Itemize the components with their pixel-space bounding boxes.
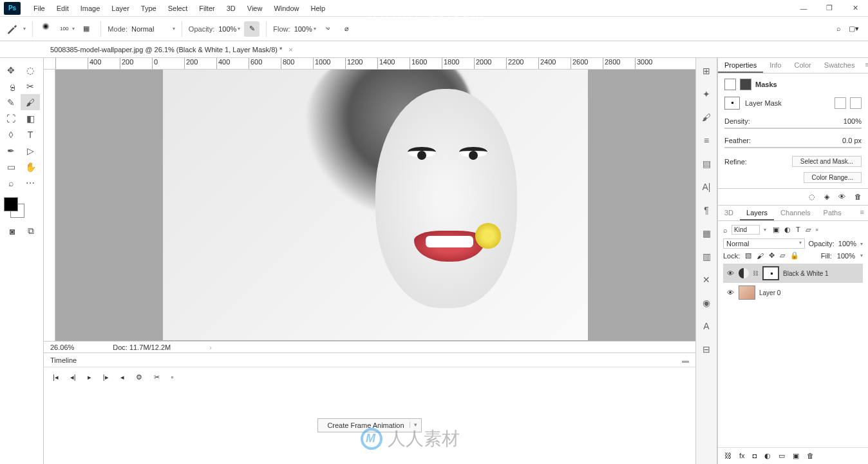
new-group-icon[interactable]: ▭	[778, 452, 785, 460]
delete-layer-icon[interactable]: 🗑	[807, 452, 814, 460]
menu-window[interactable]: Window	[269, 2, 304, 15]
layer-filter-input[interactable]	[731, 225, 760, 235]
invert-icon[interactable]: ◈	[824, 193, 829, 201]
layer-mask-thumb[interactable]	[724, 97, 740, 110]
menu-select[interactable]: Select	[163, 2, 193, 15]
add-vector-mask-icon[interactable]	[850, 97, 862, 109]
close-button[interactable]: ✕	[842, 0, 868, 17]
link-icon[interactable]: ⛓	[753, 270, 759, 276]
filter-shape-icon[interactable]: ▱	[806, 226, 811, 234]
menu-file[interactable]: File	[28, 2, 50, 15]
delete-mask-icon[interactable]: 🗑	[854, 193, 862, 201]
feather-slider[interactable]	[724, 147, 862, 148]
gradient-tool-icon[interactable]: ◊	[1, 126, 21, 142]
adjustments-icon[interactable]: ≡	[700, 134, 713, 147]
navigator-icon[interactable]: ✦	[700, 88, 713, 101]
goto-first-icon[interactable]: |◂	[53, 373, 59, 382]
audio-icon[interactable]: ◂	[120, 373, 124, 382]
lock-transparency-icon[interactable]: ▧	[745, 251, 751, 260]
load-selection-icon[interactable]: ◌	[809, 193, 815, 201]
brushes-icon[interactable]: 🖌	[700, 111, 713, 124]
airbrush-icon[interactable]: ༄	[320, 21, 335, 37]
screen-mode-icon[interactable]: ⧉	[24, 223, 39, 239]
minimize-button[interactable]: —	[791, 0, 816, 17]
tab-layers[interactable]: Layers	[740, 206, 774, 220]
brush-panel-toggle-icon[interactable]: ▦	[79, 21, 94, 37]
add-mask-icon[interactable]: ◘	[753, 452, 757, 460]
fill-value[interactable]: 100%	[837, 252, 855, 260]
pressure-opacity-icon[interactable]: ✎	[244, 21, 259, 37]
notes-icon[interactable]: ▥	[700, 250, 713, 263]
density-slider[interactable]	[724, 128, 862, 129]
feather-value[interactable]: 0.0 px	[842, 137, 862, 144]
tab-channels[interactable]: Channels	[774, 206, 816, 220]
paragraph-icon[interactable]: ¶	[700, 204, 713, 217]
next-frame-icon[interactable]: |▸	[103, 373, 109, 382]
para-styles-icon[interactable]: ⊟	[700, 343, 713, 356]
eraser-tool-icon[interactable]: ◧	[21, 110, 40, 126]
split-icon[interactable]: ✂	[154, 373, 160, 382]
menu-edit[interactable]: Edit	[52, 2, 74, 15]
filter-smart-icon[interactable]: ▫	[816, 226, 818, 234]
zoom-tool-icon[interactable]: ⌕	[1, 175, 21, 191]
zoom-level[interactable]: 26.06%	[50, 343, 74, 351]
vector-mask-icon[interactable]	[740, 79, 751, 90]
menu-3d[interactable]: 3D	[222, 2, 241, 15]
workspace-switcher-icon[interactable]: ▢▾	[849, 24, 859, 33]
document-tab[interactable]: 5008385-model-wallpaper.jpg @ 26.1% (Bla…	[50, 46, 282, 53]
new-adjustment-icon[interactable]: ◐	[764, 452, 771, 460]
panel-menu-icon[interactable]: ≡	[862, 58, 869, 73]
character-icon[interactable]: A|	[700, 180, 713, 193]
layers-menu-icon[interactable]: ≡	[856, 206, 868, 220]
visibility-icon[interactable]: 👁	[726, 269, 735, 277]
foreground-color[interactable]	[4, 197, 18, 211]
flow-value[interactable]: 100%▾	[294, 25, 316, 33]
layer-style-icon[interactable]: fx	[739, 452, 745, 460]
pen-tool-icon[interactable]: ✒	[1, 142, 21, 159]
brush-tool-icon[interactable]	[4, 21, 19, 37]
tab-3d[interactable]: 3D	[718, 206, 740, 220]
tab-properties[interactable]: Properties	[718, 58, 763, 73]
search-icon[interactable]: ⌕	[836, 24, 841, 33]
layer-item-0[interactable]: 👁 Layer 0	[723, 283, 863, 302]
brush-tool-icon[interactable]: 🖌	[21, 94, 40, 110]
pressure-size-icon[interactable]: ⌀	[339, 21, 355, 37]
settings-icon[interactable]: ⚙	[136, 373, 142, 382]
lasso-tool-icon[interactable]: ၝ	[1, 78, 21, 94]
timeline-collapse-icon[interactable]: ▬	[682, 356, 689, 364]
shape-tool-icon[interactable]: ▭	[1, 159, 21, 175]
create-frame-animation-button[interactable]: Create Frame Animation	[317, 418, 421, 432]
tab-swatches[interactable]: Swatches	[818, 58, 862, 73]
tab-color[interactable]: Color	[788, 58, 818, 73]
pixel-mask-icon[interactable]	[724, 79, 736, 90]
type-tool-icon[interactable]: T	[21, 126, 40, 142]
char-styles-icon[interactable]: A	[700, 320, 713, 333]
styles-icon[interactable]: ▤	[700, 157, 713, 170]
tab-info[interactable]: Info	[763, 58, 788, 73]
menu-help[interactable]: Help	[306, 2, 331, 15]
lock-position-icon[interactable]: ✥	[769, 251, 775, 260]
filter-adjust-icon[interactable]: ◐	[784, 226, 791, 234]
color-swatches[interactable]	[4, 197, 24, 218]
transition-icon[interactable]: ▫	[171, 373, 174, 381]
play-icon[interactable]: ▸	[88, 373, 91, 382]
menu-view[interactable]: View	[242, 2, 268, 15]
lock-artboard-icon[interactable]: ▱	[780, 251, 785, 260]
canvas-viewport[interactable]	[55, 70, 695, 341]
menu-image[interactable]: Image	[75, 2, 106, 15]
quick-mask-icon[interactable]: ◙	[5, 223, 20, 239]
add-pixel-mask-icon[interactable]	[835, 97, 846, 109]
menu-type[interactable]: Type	[136, 2, 162, 15]
path-select-tool-icon[interactable]: ▷	[21, 142, 40, 159]
link-layers-icon[interactable]: ⛓	[724, 452, 731, 460]
new-layer-icon[interactable]: ▣	[793, 452, 799, 460]
mode-select[interactable]: Normal ▾	[131, 25, 175, 33]
marquee-tool-icon[interactable]: ◌	[21, 62, 40, 78]
color-range-button[interactable]: Color Range...	[804, 172, 862, 183]
quick-select-tool-icon[interactable]: ✂	[21, 78, 40, 94]
move-tool-icon[interactable]: ✥	[1, 62, 21, 78]
stamp-tool-icon[interactable]: ⛶	[1, 110, 21, 126]
more-tools-icon[interactable]: ⋯	[21, 175, 40, 191]
menu-layer[interactable]: Layer	[106, 2, 135, 15]
mask-thumb[interactable]	[762, 266, 779, 280]
